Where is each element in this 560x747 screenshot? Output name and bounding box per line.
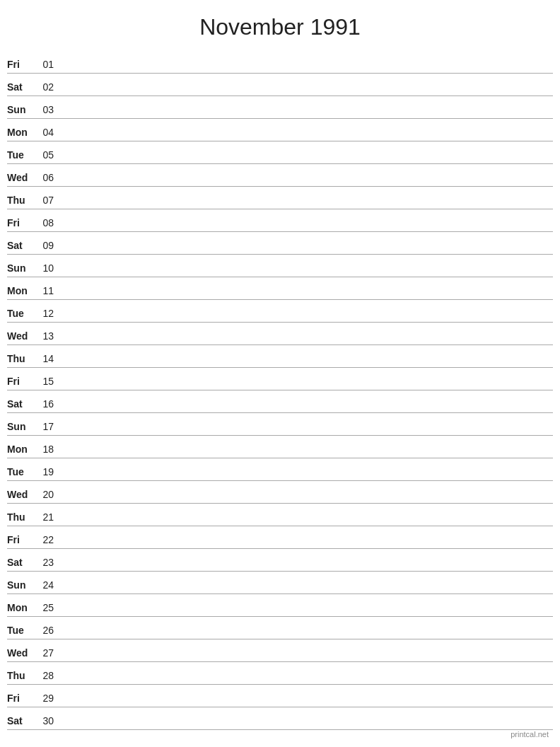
day-number: 22 — [37, 534, 57, 545]
table-row: Thu21 — [7, 504, 553, 526]
table-row: Fri22 — [7, 526, 553, 549]
day-line — [57, 228, 553, 228]
day-number: 06 — [37, 172, 57, 183]
day-line — [57, 499, 553, 500]
day-name: Thu — [7, 195, 37, 206]
day-name: Mon — [7, 285, 37, 296]
day-line — [57, 590, 553, 591]
day-line — [57, 205, 553, 206]
day-line — [57, 477, 553, 477]
day-line — [57, 69, 553, 70]
day-line — [57, 160, 553, 161]
table-row: Fri08 — [7, 209, 553, 232]
day-line — [57, 454, 553, 455]
table-row: Tue19 — [7, 458, 553, 481]
table-row: Sat16 — [7, 390, 553, 413]
day-number: 19 — [37, 466, 57, 477]
table-row: Sun17 — [7, 413, 553, 436]
day-number: 10 — [37, 262, 57, 274]
day-number: 05 — [37, 149, 57, 161]
day-name: Thu — [7, 353, 37, 364]
day-number: 18 — [37, 444, 57, 455]
day-number: 30 — [37, 715, 57, 726]
table-row: Mon18 — [7, 436, 553, 458]
day-name: Sat — [7, 398, 37, 410]
table-row: Sun03 — [7, 96, 553, 119]
day-line — [57, 567, 553, 568]
table-row: Wed27 — [7, 639, 553, 662]
day-line — [57, 318, 553, 319]
day-line — [57, 250, 553, 251]
day-line — [57, 658, 553, 659]
day-number: 25 — [37, 602, 57, 613]
day-number: 11 — [37, 285, 57, 296]
day-line — [57, 92, 553, 93]
table-row: Sun24 — [7, 572, 553, 594]
day-name: Fri — [7, 59, 37, 70]
day-line — [57, 545, 553, 545]
table-row: Mon25 — [7, 594, 553, 617]
day-name: Wed — [7, 489, 37, 500]
day-line — [57, 115, 553, 115]
day-number: 08 — [37, 217, 57, 228]
day-number: 01 — [37, 59, 57, 70]
day-number: 12 — [37, 308, 57, 319]
day-name: Wed — [7, 330, 37, 342]
day-line — [57, 432, 553, 432]
page-title: November 1991 — [0, 0, 560, 51]
day-line — [57, 273, 553, 274]
table-row: Sat02 — [7, 74, 553, 96]
day-line — [57, 703, 553, 704]
day-number: 14 — [37, 353, 57, 364]
calendar-grid: Fri01Sat02Sun03Mon04Tue05Wed06Thu07Fri08… — [0, 51, 560, 730]
day-number: 15 — [37, 376, 57, 387]
day-line — [57, 522, 553, 523]
day-number: 24 — [37, 579, 57, 591]
table-row: Wed13 — [7, 323, 553, 345]
day-name: Sat — [7, 81, 37, 93]
day-number: 16 — [37, 398, 57, 410]
table-row: Sun10 — [7, 255, 553, 277]
day-number: 27 — [37, 647, 57, 659]
table-row: Sat09 — [7, 232, 553, 255]
day-name: Thu — [7, 511, 37, 523]
day-name: Fri — [7, 534, 37, 545]
day-line — [57, 613, 553, 613]
day-line — [57, 183, 553, 183]
day-line — [57, 635, 553, 636]
day-name: Sun — [7, 104, 37, 115]
day-number: 03 — [37, 104, 57, 115]
table-row: Sat30 — [7, 707, 553, 730]
day-number: 07 — [37, 195, 57, 206]
day-name: Sun — [7, 421, 37, 432]
table-row: Sat23 — [7, 549, 553, 572]
day-name: Mon — [7, 444, 37, 455]
day-line — [57, 681, 553, 681]
day-line — [57, 296, 553, 296]
day-line — [57, 726, 553, 726]
day-number: 29 — [37, 693, 57, 704]
day-name: Tue — [7, 625, 37, 636]
table-row: Tue26 — [7, 617, 553, 639]
day-line — [57, 137, 553, 138]
day-name: Wed — [7, 647, 37, 659]
day-name: Sun — [7, 262, 37, 274]
day-line — [57, 409, 553, 410]
day-number: 21 — [37, 511, 57, 523]
day-number: 17 — [37, 421, 57, 432]
day-name: Mon — [7, 127, 37, 138]
day-number: 26 — [37, 625, 57, 636]
table-row: Thu28 — [7, 662, 553, 685]
day-name: Tue — [7, 149, 37, 161]
table-row: Mon11 — [7, 277, 553, 300]
table-row: Thu14 — [7, 345, 553, 368]
table-row: Fri01 — [7, 51, 553, 74]
day-number: 02 — [37, 81, 57, 93]
day-name: Tue — [7, 308, 37, 319]
day-number: 20 — [37, 489, 57, 500]
day-line — [57, 364, 553, 364]
table-row: Wed20 — [7, 481, 553, 504]
day-name: Fri — [7, 376, 37, 387]
day-name: Thu — [7, 670, 37, 681]
table-row: Wed06 — [7, 164, 553, 187]
